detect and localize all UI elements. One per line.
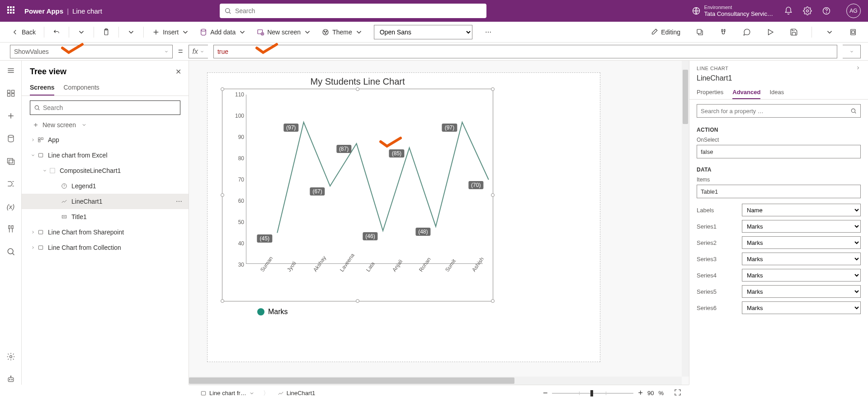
paste-menu[interactable]	[123, 25, 139, 39]
editing-mode-button[interactable]: Editing	[646, 25, 684, 39]
series2-select[interactable]: Marks	[742, 236, 861, 249]
formula-expand[interactable]	[843, 45, 861, 58]
rail-tree-view-icon[interactable]	[5, 88, 16, 99]
formula-input[interactable]: true	[213, 45, 837, 58]
global-search-input[interactable]	[235, 7, 482, 14]
labels-select[interactable]: Name	[742, 204, 861, 216]
zoom-slider[interactable]	[552, 393, 633, 394]
property-selector[interactable]: ShowValues	[10, 45, 173, 58]
chevron-right-icon[interactable]	[855, 65, 861, 72]
rail-variables-icon[interactable]: (x)	[5, 201, 16, 212]
rail-hamburger-icon[interactable]	[5, 65, 16, 76]
section-action: ACTION	[689, 122, 868, 135]
series1-select[interactable]: Marks	[742, 220, 861, 233]
tab-properties[interactable]: Properties	[697, 86, 723, 99]
rail-tools-icon[interactable]	[5, 224, 16, 234]
share-button[interactable]	[692, 25, 708, 39]
resize-handle[interactable]	[221, 87, 224, 91]
svg-rect-34	[9, 160, 14, 165]
svg-line-46	[38, 109, 40, 110]
rail-search-icon[interactable]	[5, 246, 16, 257]
undo-button[interactable]	[49, 25, 64, 39]
rail-data-icon[interactable]	[5, 133, 16, 144]
new-screen-link[interactable]: New screen	[22, 119, 189, 132]
property-search-input[interactable]	[701, 108, 850, 115]
chart-legend[interactable]: Marks	[257, 308, 493, 316]
insert-button[interactable]: Insert	[148, 25, 193, 39]
series3-select[interactable]: Marks	[742, 253, 861, 265]
breadcrumb-separator: 〉	[263, 389, 269, 397]
tree-node-linechart[interactable]: LineChart1 ⋯	[22, 194, 189, 209]
property-search[interactable]	[697, 104, 861, 118]
add-data-button[interactable]: Add data	[196, 25, 250, 39]
tree-node-app[interactable]: App	[22, 132, 189, 148]
environment-picker[interactable]: Environment Tata Consultancy Servic…	[692, 5, 773, 18]
breadcrumb-control[interactable]: LineChart1	[274, 387, 320, 399]
resize-handle[interactable]	[491, 87, 495, 91]
save-menu[interactable]	[822, 25, 837, 39]
zoom-out-button[interactable]: −	[543, 388, 548, 398]
tab-ideas[interactable]: Ideas	[769, 86, 784, 99]
resize-handle[interactable]	[491, 299, 495, 303]
tree-node-screen-2[interactable]: Line Chart from Sharepoint	[22, 224, 189, 240]
series4-select[interactable]: Marks	[742, 269, 861, 282]
paste-button[interactable]	[99, 25, 114, 39]
rail-media-icon[interactable]	[5, 156, 16, 167]
user-avatar[interactable]: AG	[846, 4, 861, 18]
settings-gear-icon[interactable]	[803, 6, 812, 15]
back-button[interactable]: Back	[7, 25, 39, 39]
resize-handle[interactable]	[356, 87, 359, 91]
global-search[interactable]	[220, 4, 486, 18]
notifications-icon[interactable]	[784, 6, 793, 15]
resize-handle[interactable]	[356, 299, 359, 303]
items-value[interactable]: Table1	[697, 185, 861, 198]
tree-node-screen-1[interactable]: Line chart from Excel	[22, 148, 189, 163]
rail-settings-icon[interactable]	[5, 351, 16, 362]
screen-surface[interactable]: My Students Line Chart 30405060708090100…	[207, 72, 600, 362]
preview-button[interactable]	[763, 25, 778, 39]
fit-to-screen-button[interactable]	[674, 388, 682, 398]
tab-advanced[interactable]: Advanced	[732, 86, 760, 99]
rail-insert-icon[interactable]	[5, 110, 16, 121]
rail-virtual-agent-icon[interactable]	[5, 374, 16, 385]
app-launcher-icon[interactable]	[7, 6, 16, 15]
canvas-hscroll[interactable]	[189, 377, 682, 385]
tree-search[interactable]	[30, 100, 180, 115]
breadcrumb-screen[interactable]: Line chart fr…	[196, 387, 259, 399]
save-button[interactable]	[786, 25, 802, 39]
tree-view-close-icon[interactable]: ✕	[175, 67, 181, 76]
rail-flows-icon[interactable]	[5, 178, 16, 189]
series6-select[interactable]: Marks	[742, 301, 861, 314]
node-more-icon[interactable]: ⋯	[176, 198, 183, 205]
new-screen-button[interactable]: New screen	[253, 25, 315, 39]
undo-menu[interactable]	[74, 25, 89, 39]
overflow-menu[interactable]: ⋯	[481, 25, 495, 39]
series1-label: Series1	[697, 223, 737, 230]
svg-rect-49	[38, 138, 40, 139]
app-checker-button[interactable]	[716, 25, 731, 39]
tree-node-screen-3[interactable]: Line Chart from Collection	[22, 240, 189, 255]
onselect-value[interactable]: false	[697, 145, 861, 158]
publish-button[interactable]	[845, 25, 861, 39]
series5-select[interactable]: Marks	[742, 285, 861, 298]
tab-components[interactable]: Components	[63, 80, 99, 95]
zoom-slider-knob[interactable]	[590, 390, 593, 396]
resize-handle[interactable]	[221, 193, 224, 197]
tree-search-input[interactable]	[43, 104, 176, 111]
chevron-right-icon	[30, 137, 36, 143]
chart-plot-area: 30405060708090100110 (45)Suman(97)Jyoti(…	[228, 95, 487, 296]
zoom-in-button[interactable]: +	[638, 388, 643, 398]
canvas-vscroll[interactable]	[682, 61, 689, 377]
help-icon[interactable]	[822, 6, 831, 15]
canvas[interactable]: My Students Line Chart 30405060708090100…	[189, 61, 689, 385]
line-chart-control[interactable]: 30405060708090100110 (45)Suman(97)Jyoti(…	[222, 89, 493, 301]
comments-button[interactable]	[739, 25, 755, 39]
tree-node-title[interactable]: Title1	[22, 209, 189, 224]
resize-handle[interactable]	[221, 299, 224, 303]
tree-node-legend[interactable]: ? Legend1	[22, 178, 189, 194]
tree-node-composite[interactable]: CompositeLineChart1	[22, 163, 189, 178]
chart-title[interactable]: My Students Line Chart	[222, 76, 493, 87]
theme-button[interactable]: Theme	[318, 25, 367, 39]
tab-screens[interactable]: Screens	[30, 80, 54, 95]
font-select[interactable]: Open Sans	[374, 25, 472, 39]
